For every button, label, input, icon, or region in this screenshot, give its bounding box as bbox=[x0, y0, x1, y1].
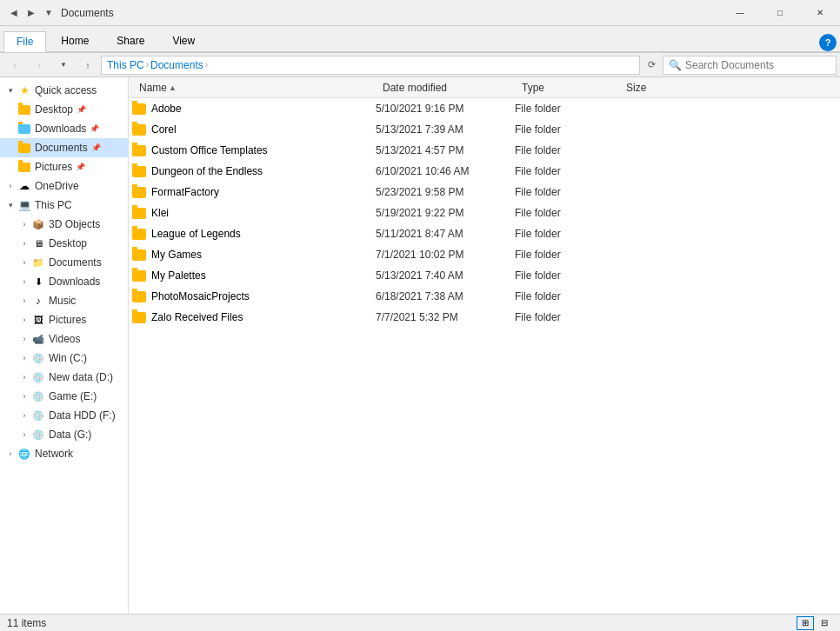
file-type-cell: File folder bbox=[515, 249, 619, 261]
table-row[interactable]: Klei 5/19/2021 9:22 PM File folder bbox=[129, 203, 840, 223]
thispc-toggle[interactable]: ▾ bbox=[3, 198, 17, 212]
game-toggle[interactable]: › bbox=[17, 389, 31, 403]
tab-share[interactable]: Share bbox=[103, 30, 157, 51]
sidebar-item-3dobjects[interactable]: › 📦 3D Objects bbox=[0, 215, 128, 234]
file-name-text: Corel bbox=[151, 123, 177, 136]
search-bar[interactable]: 🔍 bbox=[663, 56, 837, 75]
sidebar-item-quick-access[interactable]: ▾ ★ Quick access bbox=[0, 81, 128, 100]
pin-icon-pic: 📌 bbox=[76, 163, 85, 171]
3dobj-toggle[interactable]: › bbox=[17, 217, 31, 231]
sidebar-item-pictures[interactable]: Pictures 📌 bbox=[0, 157, 128, 176]
main-area: ▾ ★ Quick access Desktop 📌 Downloads 📌 D… bbox=[0, 77, 840, 614]
help-button[interactable]: ? bbox=[819, 34, 837, 51]
col-header-name[interactable]: Name ▲ bbox=[132, 82, 376, 94]
table-row[interactable]: Zalo Received Files 7/7/2021 5:32 PM Fil… bbox=[129, 307, 840, 328]
tab-home[interactable]: Home bbox=[48, 30, 102, 51]
sidebar-item-downloads2[interactable]: › ⬇ Downloads bbox=[0, 272, 128, 291]
breadcrumb-thispc[interactable]: This PC bbox=[107, 59, 144, 71]
breadcrumb-documents[interactable]: Documents bbox=[150, 59, 203, 71]
onedrive-toggle[interactable]: › bbox=[3, 179, 17, 193]
sidebar-item-winc[interactable]: › 💿 Win (C:) bbox=[0, 349, 128, 368]
sidebar: ▾ ★ Quick access Desktop 📌 Downloads 📌 D… bbox=[0, 77, 129, 614]
file-name-text: Klei bbox=[151, 207, 169, 219]
file-type-cell: File folder bbox=[515, 186, 619, 198]
view-details-button[interactable]: ⊞ bbox=[797, 616, 814, 630]
sidebar-item-videos[interactable]: › 📹 Videos bbox=[0, 329, 128, 349]
sidebar-label-documents: Documents bbox=[35, 142, 88, 154]
forward-button[interactable]: › bbox=[28, 56, 50, 75]
sidebar-item-downloads[interactable]: Downloads 📌 bbox=[0, 119, 128, 138]
file-name-text: League of Legends bbox=[151, 228, 241, 240]
file-name-cell: PhotoMosaicProjects bbox=[132, 290, 376, 302]
sidebar-item-music[interactable]: › ♪ Music bbox=[0, 291, 128, 310]
col-name-label: Name bbox=[139, 82, 167, 94]
table-row[interactable]: Custom Office Templates 5/13/2021 4:57 P… bbox=[129, 140, 840, 161]
col-header-size[interactable]: Size bbox=[619, 82, 689, 94]
sidebar-item-desktop[interactable]: Desktop 📌 bbox=[0, 100, 128, 119]
sidebar-item-desktop2[interactable]: › 🖥 Desktop bbox=[0, 234, 128, 253]
sidebar-item-newd[interactable]: › 💿 New data (D:) bbox=[0, 368, 128, 387]
close-button[interactable]: ✕ bbox=[800, 0, 840, 26]
view-large-button[interactable]: ⊟ bbox=[816, 616, 833, 630]
up-button[interactable]: ↑ bbox=[77, 56, 99, 75]
address-bar[interactable]: This PC › Documents › bbox=[101, 56, 640, 75]
back-button[interactable]: ‹ bbox=[3, 56, 26, 75]
datahdd-toggle[interactable]: › bbox=[17, 408, 31, 422]
doc2-toggle[interactable]: › bbox=[17, 256, 31, 269]
vid-toggle[interactable]: › bbox=[17, 332, 31, 346]
sidebar-item-datag[interactable]: › 💿 Data (G:) bbox=[0, 425, 128, 444]
sidebar-item-pictures2[interactable]: › 🖼 Pictures bbox=[0, 310, 128, 329]
file-name-text: PhotoMosaicProjects bbox=[151, 290, 250, 302]
table-row[interactable]: Dungeon of the Endless 6/10/2021 10:46 A… bbox=[129, 161, 840, 182]
music-toggle[interactable]: › bbox=[17, 294, 31, 308]
file-type-cell: File folder bbox=[515, 165, 619, 177]
pin-icon-dl: 📌 bbox=[90, 124, 99, 133]
minimize-button[interactable]: — bbox=[720, 0, 760, 26]
pic2-toggle[interactable]: › bbox=[17, 313, 31, 327]
pic2-icon: 🖼 bbox=[31, 313, 45, 327]
datag-toggle[interactable]: › bbox=[17, 428, 31, 442]
table-row[interactable]: FormatFactory 5/23/2021 9:58 PM File fol… bbox=[129, 182, 840, 203]
file-date-cell: 5/13/2021 7:39 AM bbox=[376, 123, 515, 136]
column-headers: Name ▲ Date modified Type Size bbox=[129, 77, 840, 98]
refresh-button[interactable]: ⟳ bbox=[642, 56, 661, 75]
music-icon: ♪ bbox=[31, 294, 45, 308]
table-row[interactable]: Adobe 5/10/2021 9:16 PM File folder bbox=[129, 98, 840, 119]
desk2-toggle[interactable]: › bbox=[17, 236, 31, 250]
onedrive-icon: ☁ bbox=[17, 179, 31, 193]
newd-toggle[interactable]: › bbox=[17, 370, 31, 384]
network-toggle[interactable]: › bbox=[3, 447, 17, 461]
file-name-cell: My Palettes bbox=[132, 269, 376, 282]
col-header-date[interactable]: Date modified bbox=[376, 82, 515, 94]
dl2-toggle[interactable]: › bbox=[17, 275, 31, 289]
table-row[interactable]: Corel 5/13/2021 7:39 AM File folder bbox=[129, 119, 840, 140]
sidebar-item-game[interactable]: › 💿 Game (E:) bbox=[0, 387, 128, 406]
table-row[interactable]: PhotoMosaicProjects 6/18/2021 7:38 AM Fi… bbox=[129, 286, 840, 307]
sidebar-item-onedrive[interactable]: › ☁ OneDrive bbox=[0, 176, 128, 196]
table-row[interactable]: My Games 7/1/2021 10:02 PM File folder bbox=[129, 244, 840, 265]
sidebar-item-documents2[interactable]: › 📁 Documents bbox=[0, 253, 128, 272]
tab-file[interactable]: File bbox=[3, 31, 46, 52]
winc-toggle[interactable]: › bbox=[17, 351, 31, 365]
sidebar-item-documents[interactable]: Documents 📌 bbox=[0, 138, 128, 157]
file-type-cell: File folder bbox=[515, 290, 619, 302]
table-row[interactable]: My Palettes 5/13/2021 7:40 AM File folde… bbox=[129, 265, 840, 286]
file-name-text: My Palettes bbox=[151, 269, 206, 282]
tab-view[interactable]: View bbox=[159, 30, 208, 51]
file-name-text: Adobe bbox=[151, 103, 182, 115]
ribbon-tabs: File Home Share View ? bbox=[0, 26, 840, 52]
col-header-type[interactable]: Type bbox=[515, 82, 619, 94]
sidebar-item-this-pc[interactable]: ▾ 💻 This PC bbox=[0, 196, 128, 215]
datag-icon: 💿 bbox=[31, 428, 45, 442]
sidebar-item-network[interactable]: › 🌐 Network bbox=[0, 444, 128, 463]
breadcrumb-sep1: › bbox=[146, 60, 149, 70]
pin-icon-doc: 📌 bbox=[91, 143, 101, 152]
table-row[interactable]: League of Legends 5/11/2021 8:47 AM File… bbox=[129, 223, 840, 244]
quick-access-toggle[interactable]: ▾ bbox=[3, 83, 17, 97]
sidebar-item-datahdd[interactable]: › 💿 Data HDD (F:) bbox=[0, 406, 128, 425]
search-input[interactable] bbox=[685, 59, 830, 71]
folder-icon bbox=[132, 229, 146, 240]
recent-button[interactable]: ▼ bbox=[52, 56, 75, 75]
maximize-button[interactable]: □ bbox=[760, 0, 800, 26]
title-bar: ◀ ▶ ▼ Documents — □ ✕ bbox=[0, 0, 840, 26]
